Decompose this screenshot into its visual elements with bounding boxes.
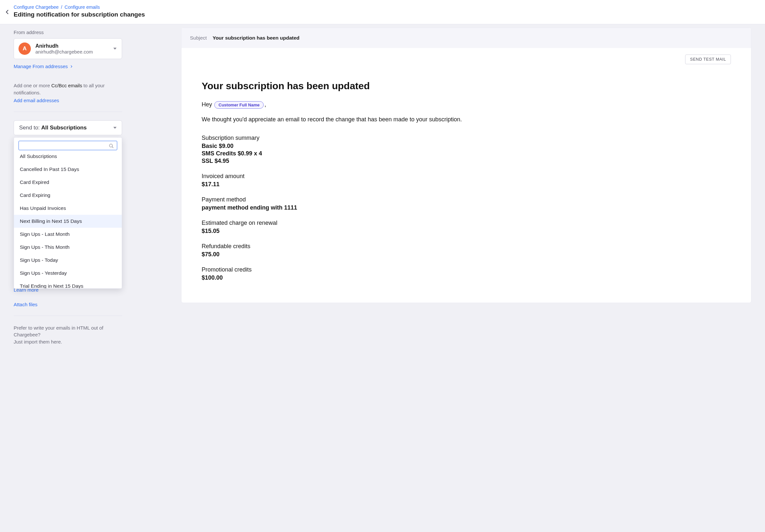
info-block: Invoiced amount$17.11 (202, 173, 731, 188)
breadcrumb-link-1[interactable]: Configure emails (65, 5, 100, 10)
dropdown-item[interactable]: Next Billing in Next 15 Days (14, 215, 122, 228)
info-value: $17.11 (202, 181, 731, 188)
svg-marker-0 (113, 48, 117, 50)
attach-files-link[interactable]: Attach files (14, 302, 37, 307)
info-block: Promotional credits$100.00 (202, 266, 731, 281)
svg-point-2 (109, 144, 112, 147)
mail-intro-text: We thought you'd appreciate an email to … (202, 115, 731, 124)
info-block: Refundable credits$75.00 (202, 243, 731, 258)
info-label: Invoiced amount (202, 173, 731, 180)
manage-from-addresses-link[interactable]: Manage From addresses (14, 64, 73, 69)
breadcrumb-link-0[interactable]: Configure Chargebee (14, 5, 59, 10)
cc-bcc-hint: Add one or more Cc/Bcc emails to all you… (14, 82, 122, 96)
add-email-addresses-link[interactable]: Add email addresses (14, 98, 59, 103)
summary-line: SSL $4.95 (202, 158, 731, 164)
info-label: Payment method (202, 196, 731, 203)
dropdown-item[interactable]: Trial Ending in Next 15 Days (14, 280, 122, 288)
summary-line: Basic $9.00 (202, 143, 731, 149)
merge-tag-customer-name[interactable]: Customer Full Name (214, 101, 264, 109)
breadcrumb: Configure Chargebee / Configure emails (14, 5, 759, 10)
dropdown-item[interactable]: Sign Ups - This Month (14, 241, 122, 254)
import-html-hint: Prefer to write your emails in HTML out … (14, 324, 122, 346)
page-header: Configure Chargebee / Configure emails E… (0, 0, 765, 24)
svg-marker-1 (113, 127, 117, 129)
from-name: Anirhudh (35, 43, 93, 49)
info-label: Refundable credits (202, 243, 731, 250)
send-to-dropdown-panel: All SubscriptionsCancelled In Past 15 Da… (14, 137, 122, 289)
dropdown-item[interactable]: Sign Ups - Yesterday (14, 267, 122, 280)
send-to-value: All Subscriptions (41, 125, 87, 131)
send-to-trigger[interactable]: Send to: All Subscriptions (14, 120, 122, 135)
dropdown-item[interactable]: Sign Ups - Last Month (14, 228, 122, 241)
subscription-summary-block: Subscription summary Basic $9.00SMS Cred… (202, 134, 731, 164)
preview-subject-row: Subject Your subscription has been updat… (182, 28, 751, 48)
subject-value: Your subscription has been updated (213, 35, 300, 41)
info-value: $15.05 (202, 228, 731, 234)
dropdown-item[interactable]: Card Expiring (14, 189, 122, 202)
dropdown-search-input[interactable] (19, 141, 117, 150)
info-label: Promotional credits (202, 266, 731, 273)
manage-from-addresses-label: Manage From addresses (14, 64, 68, 69)
dropdown-list: All SubscriptionsCancelled In Past 15 Da… (14, 152, 122, 288)
dropdown-item[interactable]: Has Unpaid Invoices (14, 202, 122, 215)
mail-greeting: Hey Customer Full Name, (202, 101, 731, 109)
info-value: $100.00 (202, 274, 731, 281)
summary-line: SMS Credits $0.99 x 4 (202, 150, 731, 157)
preview-panel: Subject Your subscription has been updat… (136, 24, 765, 316)
info-label: Estimated charge on renewal (202, 220, 731, 226)
breadcrumb-separator: / (61, 5, 62, 10)
info-block: Payment methodpayment method ending with… (202, 196, 731, 211)
back-icon[interactable] (5, 9, 10, 15)
send-to-label: Send to: (19, 125, 41, 131)
svg-line-3 (112, 146, 113, 148)
from-address-label: From address (14, 30, 122, 35)
mail-heading: Your subscription has been updated (202, 80, 731, 92)
email-preview-card: Subject Your subscription has been updat… (181, 28, 751, 303)
from-email: anirhudh@chargebee.com (35, 49, 93, 55)
divider (14, 112, 122, 112)
chevron-down-icon (113, 47, 117, 50)
from-address-selector[interactable]: A Anirhudh anirhudh@chargebee.com (14, 38, 122, 59)
dropdown-item[interactable]: Card Expired (14, 176, 122, 189)
avatar: A (19, 43, 31, 55)
dropdown-item[interactable]: Sign Ups - Today (14, 254, 122, 267)
search-icon (109, 143, 114, 149)
info-value: $75.00 (202, 251, 731, 258)
page-title: Editing notification for subscription ch… (14, 11, 759, 18)
send-to-dropdown: Send to: All Subscriptions All Subscript… (14, 120, 122, 135)
chevron-down-icon (113, 126, 117, 130)
subject-label: Subject (190, 35, 207, 41)
divider (14, 316, 122, 316)
subscription-summary-label: Subscription summary (202, 134, 731, 141)
info-value: payment method ending with 1111 (202, 204, 731, 211)
dropdown-item[interactable]: All Subscriptions (14, 152, 122, 163)
dropdown-item[interactable]: Cancelled In Past 15 Days (14, 163, 122, 176)
info-block: Estimated charge on renewal$15.05 (202, 220, 731, 234)
settings-panel: From address A Anirhudh anirhudh@chargeb… (0, 24, 136, 359)
send-test-mail-button[interactable]: SEND TEST MAIL (685, 55, 731, 64)
